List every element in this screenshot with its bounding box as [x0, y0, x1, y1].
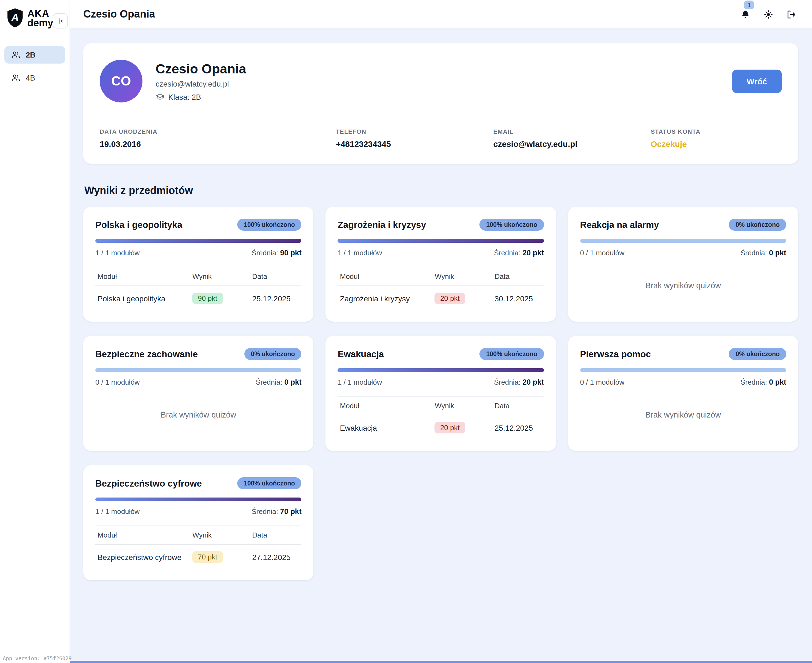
results-table-header: Wynik: [190, 267, 250, 286]
detail-value: Oczekuje: [651, 139, 782, 149]
student-class: Klasa: 2B: [155, 92, 719, 101]
progress-fill: [95, 239, 302, 243]
app-version: App version: #75f26029: [3, 655, 72, 661]
results-table: ModułWynikDataEwakuacja20 pkt25.12.2025: [338, 396, 544, 440]
score-badge: 20 pkt: [435, 422, 465, 433]
result-row: Polska i geopolityka90 pkt25.12.2025: [95, 286, 302, 310]
card-body: ModułWynikDataBezpieczeństwo cyfrowe70 p…: [95, 519, 302, 569]
modules-count: 1 / 1 modułów: [338, 378, 382, 386]
content-area: Czesio Opania 1: [70, 0, 812, 663]
average-score: Średnia: 20 pkt: [494, 249, 544, 257]
result-row: Bezpieczeństwo cyfrowe70 pkt27.12.2025: [95, 544, 302, 569]
subject-card: Bezpieczne zachowanie 0% ukończono 0 / 1…: [83, 336, 314, 451]
collapse-sidebar-icon: [56, 17, 65, 25]
score-badge: 90 pkt: [192, 293, 223, 304]
results-table-header: Wynik: [190, 526, 250, 544]
detail-value: 19.03.2016: [100, 139, 336, 149]
sidebar-item-4b[interactable]: 4B: [4, 69, 65, 87]
results-table: ModułWynikDataPolska i geopolityka90 pkt…: [95, 267, 302, 310]
subject-title: Zagrożenia i kryzysy: [338, 220, 426, 230]
brightness-icon: [763, 9, 774, 19]
page-title: Czesio Opania: [83, 8, 155, 20]
student-class-label: Klasa: 2B: [168, 92, 201, 101]
sidebar: A AKA demy2.0 2B 4B: [0, 0, 70, 663]
back-button[interactable]: Wróć: [732, 69, 782, 93]
progress-bar: [95, 498, 302, 501]
logout-icon: [786, 9, 797, 19]
completion-badge: 100% ukończono: [480, 348, 544, 360]
profile-detail: TELEFON +48123234345: [336, 128, 493, 149]
profile-detail: DATA URODZENIA 19.03.2016: [100, 128, 336, 149]
results-table-header: Wynik: [433, 267, 492, 286]
card-body: ModułWynikDataPolska i geopolityka90 pkt…: [95, 260, 302, 310]
theme-toggle-button[interactable]: [763, 9, 774, 19]
results-table-header: Data: [492, 396, 544, 415]
score-badge: 20 pkt: [435, 293, 465, 304]
average-score: Średnia: 0 pkt: [741, 249, 786, 257]
notification-count-badge: 1: [744, 0, 754, 9]
results-table-header: Data: [250, 267, 301, 286]
results-table-header: Data: [250, 526, 301, 544]
progress-bar: [338, 368, 544, 372]
results-table-header: Moduł: [338, 396, 433, 415]
detail-value: +48123234345: [336, 139, 493, 149]
modules-count: 1 / 1 modułów: [95, 249, 140, 257]
result-module: Bezpieczeństwo cyfrowe: [95, 544, 190, 569]
result-date: 25.12.2025: [492, 415, 544, 440]
progress-bar: [580, 368, 786, 372]
progress-bar: [95, 368, 302, 372]
card-body: ModułWynikDataEwakuacja20 pkt25.12.2025: [338, 390, 544, 440]
results-table: ModułWynikDataBezpieczeństwo cyfrowe70 p…: [95, 526, 302, 569]
bottom-accent-bar: [70, 661, 812, 663]
detail-label: EMAIL: [493, 128, 651, 135]
card-body: Brak wyników quizów: [580, 260, 786, 310]
subject-card: Polska i geopolityka 100% ukończono 1 / …: [83, 207, 314, 322]
completion-badge: 0% ukończono: [244, 348, 302, 360]
student-profile-card: CO Czesio Opania czesio@wlatcy.edu.pl Kl…: [83, 43, 798, 164]
result-module: Ewakuacja: [338, 415, 433, 440]
profile-detail: EMAIL czesio@wlatcy.edu.pl: [493, 128, 651, 149]
app-window: A AKA demy2.0 2B 4B: [0, 0, 812, 663]
modules-count: 0 / 1 modułów: [580, 378, 624, 386]
results-table-header: Data: [492, 267, 544, 286]
detail-label: STATUS KONTA: [651, 128, 782, 135]
header-actions: 1: [740, 9, 797, 19]
notifications-button[interactable]: [740, 9, 751, 19]
subject-title: Bezpieczeństwo cyfrowe: [95, 478, 202, 488]
class-nav: 2B 4B: [0, 33, 70, 87]
completion-badge: 0% ukończono: [729, 348, 786, 360]
result-module: Zagrożenia i kryzysy: [338, 286, 433, 310]
subject-card: Zagrożenia i kryzysy 100% ukończono 1 / …: [326, 207, 556, 322]
result-date: 25.12.2025: [250, 286, 301, 310]
card-body: ModułWynikDataZagrożenia i kryzysy20 pkt…: [338, 260, 544, 310]
sidebar-item-label: 4B: [26, 73, 35, 82]
logo: A AKA demy2.0: [0, 0, 70, 33]
group-icon: [11, 50, 21, 60]
subject-title: Ewakuacja: [338, 349, 384, 359]
average-score: Średnia: 0 pkt: [741, 378, 786, 386]
completion-badge: 100% ukończono: [237, 477, 302, 489]
card-body: Brak wyników quizów: [95, 390, 302, 440]
profile-divider: [100, 117, 782, 117]
sidebar-item-label: 2B: [26, 50, 36, 59]
student-email: czesio@wlatcy.edu.pl: [155, 79, 719, 88]
modules-count: 0 / 1 modułów: [580, 249, 624, 257]
subject-title: Reakcja na alarmy: [580, 220, 659, 230]
results-table-header: Moduł: [95, 526, 190, 544]
avatar: CO: [100, 60, 142, 102]
card-body: Brak wyników quizów: [580, 390, 786, 440]
result-row: Ewakuacja20 pkt25.12.2025: [338, 415, 544, 440]
collapse-sidebar-button[interactable]: [53, 13, 68, 29]
student-name: Czesio Opania: [155, 61, 719, 76]
logout-button[interactable]: [786, 9, 797, 19]
detail-label: DATA URODZENIA: [100, 128, 336, 135]
progress-bar: [580, 239, 786, 243]
modules-count: 1 / 1 modułów: [95, 508, 140, 516]
detail-label: TELEFON: [336, 128, 493, 135]
svg-text:A: A: [11, 12, 19, 23]
average-score: Średnia: 70 pkt: [252, 508, 302, 516]
sidebar-item-2b[interactable]: 2B: [4, 46, 65, 63]
main: CO Czesio Opania czesio@wlatcy.edu.pl Kl…: [70, 29, 812, 663]
detail-value: czesio@wlatcy.edu.pl: [493, 139, 651, 149]
result-date: 27.12.2025: [250, 544, 301, 569]
